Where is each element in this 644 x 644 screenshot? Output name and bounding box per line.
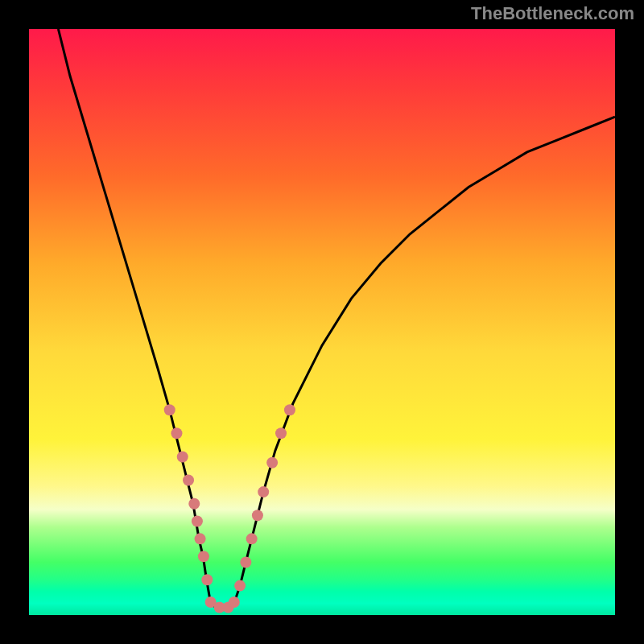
marker-bottom [229,597,240,608]
marker-right-cluster [284,404,295,415]
marker-right-cluster [258,486,269,497]
marker-left-cluster [164,404,175,415]
watermark-text: TheBottleneck.com [471,3,634,24]
chart-svg [29,29,615,615]
marker-left-cluster [195,533,206,544]
marker-left-cluster [183,475,194,486]
marker-left-cluster [201,574,213,585]
plot-area [29,29,615,615]
marker-left-cluster [177,451,188,462]
marker-right-cluster [246,533,258,544]
marker-left-cluster [192,516,203,527]
bottleneck-curve [58,29,615,609]
marker-right-cluster [234,580,246,592]
marker-right-cluster [252,510,263,521]
marker-left-cluster [171,427,182,439]
marker-left-cluster [188,498,200,510]
marker-right-cluster [275,427,287,439]
marker-right-cluster [266,457,278,469]
marker-right-cluster [240,556,251,568]
marker-left-cluster [198,551,209,562]
chart-container: TheBottleneck.com [0,0,644,644]
